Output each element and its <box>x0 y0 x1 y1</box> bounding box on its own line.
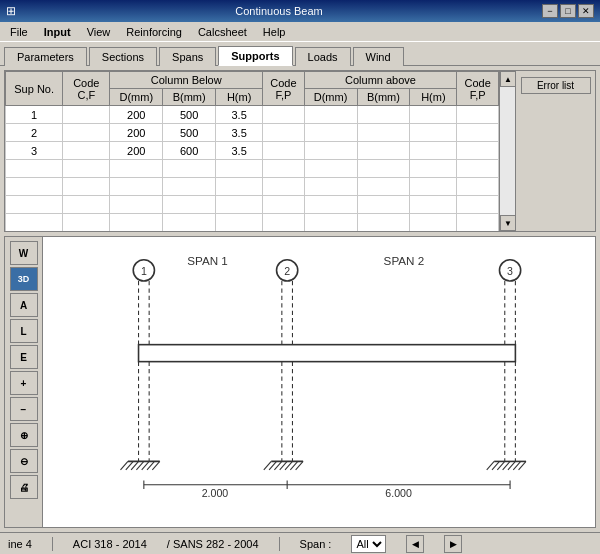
zoom-in-alt-button[interactable]: ⊕ <box>10 423 38 447</box>
cell-h2-2[interactable] <box>410 124 457 142</box>
dim-value-2: 6.000 <box>385 488 412 500</box>
cell-cfp-3[interactable] <box>263 142 304 160</box>
supports-table: Sup No. CodeC,F Column Below CodeF,P Col… <box>5 71 499 231</box>
cell-sup-2[interactable]: 2 <box>6 124 63 142</box>
left-toolbar: W 3D A L E + − ⊕ ⊖ 🖨 <box>5 237 43 527</box>
span-select[interactable]: All <box>351 535 386 553</box>
title-bar-controls: − □ ✕ <box>542 4 594 18</box>
nav-prev-button[interactable]: ◀ <box>406 535 424 553</box>
cell-code-2[interactable] <box>63 124 110 142</box>
header-d1: D(mm) <box>110 89 163 106</box>
menu-input[interactable]: Input <box>36 24 79 40</box>
print-button[interactable]: 🖨 <box>10 475 38 499</box>
cell-cfp-2[interactable] <box>263 124 304 142</box>
tab-bar: Parameters Sections Spans Supports Loads… <box>0 42 600 66</box>
cell-d1-2[interactable]: 200 <box>110 124 163 142</box>
standard-1: ACI 318 - 2014 <box>73 538 147 550</box>
close-button[interactable]: ✕ <box>578 4 594 18</box>
cell-h1-2[interactable]: 3.5 <box>216 124 263 142</box>
table-section: Sup No. CodeC,F Column Below CodeF,P Col… <box>4 70 596 232</box>
w-tool-button[interactable]: W <box>10 241 38 265</box>
cell-code-3[interactable] <box>63 142 110 160</box>
cell-b2-1[interactable] <box>357 106 410 124</box>
table-wrapper: Sup No. CodeC,F Column Below CodeF,P Col… <box>5 71 499 231</box>
cell-cfp-1[interactable] <box>263 106 304 124</box>
cell-d1-3[interactable]: 200 <box>110 142 163 160</box>
a-tool-button[interactable]: A <box>10 293 38 317</box>
table-row-empty <box>6 160 499 178</box>
minimize-button[interactable]: − <box>542 4 558 18</box>
main-content: Sup No. CodeC,F Column Below CodeF,P Col… <box>0 66 600 532</box>
drawing-canvas: 1 2 3 SPAN 1 SPAN 2 <box>43 237 595 527</box>
nav-next-button[interactable]: ▶ <box>444 535 462 553</box>
span-label: Span : <box>300 538 332 550</box>
support-2-label: 2 <box>284 265 290 277</box>
dim-value-1: 2.000 <box>202 488 229 500</box>
menu-calcsheet[interactable]: Calcsheet <box>190 24 255 40</box>
header-h1: H(m) <box>216 89 263 106</box>
table-row: 3 200 600 3.5 <box>6 142 499 160</box>
title-bar-icon: ⊞ <box>6 4 16 18</box>
cell-b1-2[interactable]: 500 <box>163 124 216 142</box>
tab-supports[interactable]: Supports <box>218 46 292 66</box>
3d-tool-button[interactable]: 3D <box>10 267 38 291</box>
cell-d2-3[interactable] <box>304 142 357 160</box>
cell-d2-1[interactable] <box>304 106 357 124</box>
tab-sections[interactable]: Sections <box>89 47 157 66</box>
cell-cfp2-3[interactable] <box>457 142 499 160</box>
cell-b1-1[interactable]: 500 <box>163 106 216 124</box>
support-3-label: 3 <box>507 265 513 277</box>
error-list-button[interactable]: Error list <box>521 77 591 94</box>
title-bar: ⊞ Continuous Beam − □ ✕ <box>0 0 600 22</box>
cell-h1-3[interactable]: 3.5 <box>216 142 263 160</box>
menu-reinforcing[interactable]: Reinforcing <box>118 24 190 40</box>
cell-h2-3[interactable] <box>410 142 457 160</box>
zoom-in-button[interactable]: + <box>10 371 38 395</box>
scroll-down-button[interactable]: ▼ <box>500 215 516 231</box>
zoom-out-button[interactable]: − <box>10 397 38 421</box>
menu-bar: File Input View Reinforcing Calcsheet He… <box>0 22 600 42</box>
table-row-empty <box>6 196 499 214</box>
cell-b1-3[interactable]: 600 <box>163 142 216 160</box>
tab-loads[interactable]: Loads <box>295 47 351 66</box>
status-bar: ine 4 ACI 318 - 2014 / SANS 282 - 2004 S… <box>0 532 600 554</box>
cell-b2-2[interactable] <box>357 124 410 142</box>
zoom-out-alt-button[interactable]: ⊖ <box>10 449 38 473</box>
status-separator-2 <box>279 537 280 551</box>
error-panel: Error list <box>515 71 595 231</box>
span2-label: SPAN 2 <box>384 254 425 267</box>
header-column-below: Column Below <box>110 72 263 89</box>
header-code-cf: CodeC,F <box>63 72 110 106</box>
cell-b2-3[interactable] <box>357 142 410 160</box>
cell-sup-1[interactable]: 1 <box>6 106 63 124</box>
menu-help[interactable]: Help <box>255 24 294 40</box>
e-tool-button[interactable]: E <box>10 345 38 369</box>
header-h2: H(m) <box>410 89 457 106</box>
header-d2: D(mm) <box>304 89 357 106</box>
table-row: 1 200 500 3.5 <box>6 106 499 124</box>
scroll-up-button[interactable]: ▲ <box>500 71 516 87</box>
cell-cfp2-1[interactable] <box>457 106 499 124</box>
menu-file[interactable]: File <box>2 24 36 40</box>
header-b2: B(mm) <box>357 89 410 106</box>
cell-h1-1[interactable]: 3.5 <box>216 106 263 124</box>
maximize-button[interactable]: □ <box>560 4 576 18</box>
l-tool-button[interactable]: L <box>10 319 38 343</box>
cell-d2-2[interactable] <box>304 124 357 142</box>
cell-d1-1[interactable]: 200 <box>110 106 163 124</box>
header-code-fp2: CodeF,P <box>457 72 499 106</box>
table-row-empty <box>6 178 499 196</box>
scroll-track[interactable] <box>500 87 515 215</box>
tab-spans[interactable]: Spans <box>159 47 216 66</box>
structure-diagram: 1 2 3 SPAN 1 SPAN 2 <box>43 237 595 527</box>
cell-h2-1[interactable] <box>410 106 457 124</box>
cell-cfp2-2[interactable] <box>457 124 499 142</box>
cell-code-1[interactable] <box>63 106 110 124</box>
tab-wind[interactable]: Wind <box>353 47 404 66</box>
tab-parameters[interactable]: Parameters <box>4 47 87 66</box>
header-code-fp: CodeF,P <box>263 72 304 106</box>
header-b1: B(mm) <box>163 89 216 106</box>
status-line: ine 4 <box>8 538 32 550</box>
cell-sup-3[interactable]: 3 <box>6 142 63 160</box>
menu-view[interactable]: View <box>79 24 119 40</box>
